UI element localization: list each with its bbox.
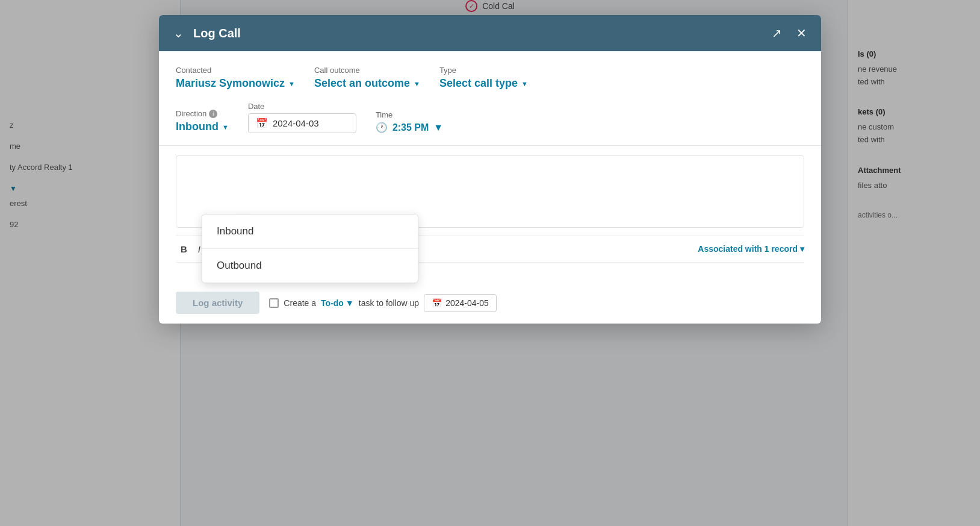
call-outcome-value-button[interactable]: Select an outcome ▼ (314, 77, 420, 90)
time-group: Time 🕐 2:35 PM ▼ (376, 110, 443, 133)
create-todo-wrapper: Create a To-do ▼ task to follow up 📅 202… (269, 294, 496, 312)
follow-up-date-button[interactable]: 📅 2024-04-05 (424, 294, 497, 312)
modal-expand-button[interactable]: ↗ (769, 25, 784, 42)
direction-value-button[interactable]: Inbound ▼ (176, 121, 229, 133)
call-outcome-group: Call outcome Select an outcome ▼ (314, 66, 420, 90)
modal-close-button[interactable]: ✕ (794, 25, 809, 42)
dropdown-item-inbound[interactable]: Inbound (202, 214, 418, 248)
follow-up-date-text: 2024-04-05 (445, 298, 489, 308)
dropdown-item-outbound[interactable]: Outbound (202, 248, 418, 283)
date-input[interactable]: 📅 2024-04-03 (248, 113, 356, 133)
associated-label-text: Associated with 1 record (698, 244, 798, 254)
modal-title: Log Call (193, 27, 241, 40)
direction-label: Direction (176, 109, 206, 118)
type-chevron-icon: ▼ (521, 80, 528, 87)
log-activity-button[interactable]: Log activity (176, 292, 259, 314)
modal-header: ⌄ Log Call ↗ ✕ (159, 15, 821, 51)
modal-header-right: ↗ ✕ (769, 25, 809, 42)
associated-records-button[interactable]: Associated with 1 record ▾ (698, 244, 804, 254)
associated-chevron-icon: ▾ (800, 244, 804, 254)
form-row-2: Direction i Inbound ▼ Date 📅 2024-04-03 (176, 102, 804, 133)
call-outcome-value-text: Select an outcome (314, 77, 410, 90)
type-value-text: Select call type (439, 77, 518, 90)
follow-up-cal-icon: 📅 (432, 298, 442, 308)
modal-footer: Log activity Create a To-do ▼ task to fo… (159, 284, 821, 324)
time-value-text: 2:35 PM (392, 122, 429, 133)
contacted-value-button[interactable]: Mariusz Symonowicz ▼ (176, 77, 295, 90)
bold-button[interactable]: B (176, 241, 192, 257)
contacted-label: Contacted (176, 66, 295, 75)
modal-header-left: ⌄ Log Call (171, 25, 241, 42)
modal-overlay: ⌄ Log Call ↗ ✕ Contacted Mariusz Symonow… (0, 0, 980, 526)
contacted-chevron-icon: ▼ (288, 80, 295, 87)
direction-info-icon[interactable]: i (209, 110, 217, 118)
form-row-1: Contacted Mariusz Symonowicz ▼ Call outc… (176, 66, 804, 90)
todo-checkbox[interactable] (269, 298, 279, 308)
time-chevron-icon: ▼ (433, 122, 443, 133)
type-label: Type (439, 66, 528, 75)
contacted-value-text: Mariusz Symonowicz (176, 77, 285, 90)
direction-dropdown: Inbound Outbound (202, 214, 418, 283)
todo-chevron-icon: ▼ (346, 298, 354, 308)
direction-chevron-icon: ▼ (222, 124, 229, 131)
modal-collapse-button[interactable]: ⌄ (171, 25, 186, 42)
call-outcome-label: Call outcome (314, 66, 420, 75)
type-group: Type Select call type ▼ (439, 66, 528, 90)
dropdown-arrow (238, 214, 250, 214)
contacted-group: Contacted Mariusz Symonowicz ▼ (176, 66, 295, 90)
date-value: 2024-04-03 (273, 118, 319, 128)
clock-icon: 🕐 (376, 122, 388, 133)
date-label: Date (248, 102, 356, 111)
call-outcome-chevron-icon: ▼ (414, 80, 420, 87)
type-value-button[interactable]: Select call type ▼ (439, 77, 528, 90)
divider-1 (159, 145, 821, 146)
calendar-icon: 📅 (256, 117, 268, 129)
direction-group: Direction i Inbound ▼ (176, 109, 229, 133)
create-todo-text2: task to follow up (359, 298, 419, 308)
time-value-button[interactable]: 🕐 2:35 PM ▼ (376, 122, 443, 133)
todo-link-button[interactable]: To-do ▼ (321, 298, 354, 308)
create-todo-text1: Create a (284, 298, 316, 308)
time-label: Time (376, 110, 443, 119)
direction-value-text: Inbound (176, 121, 219, 133)
direction-label-wrapper: Direction i (176, 109, 229, 118)
date-group: Date 📅 2024-04-03 (248, 102, 356, 133)
